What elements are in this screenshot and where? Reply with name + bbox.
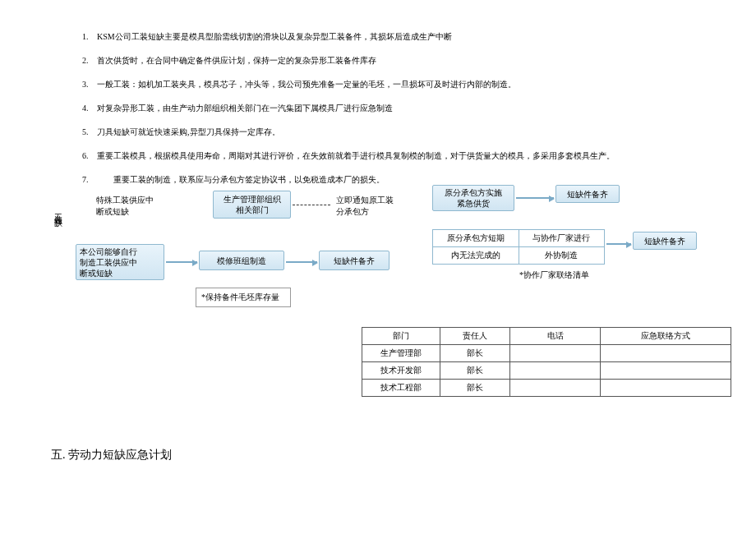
list-item: 4.对复杂异形工装，由生产动力部组织相关部门在一汽集团下属模具厂进行应急制造 xyxy=(82,103,707,114)
cell: 原分承包方短期 xyxy=(433,230,519,247)
section-heading-labor-shortage: 五. 劳动力短缺应急计划 xyxy=(51,448,172,463)
list-text: 对复杂异形工装，由生产动力部组织相关部门在一汽集团下属模具厂进行应急制造 xyxy=(97,104,393,113)
cell: 部长 xyxy=(440,345,510,362)
box-self-manufacture: 本公司能够自行 制造工装供应中 断或短缺 xyxy=(76,244,164,280)
box-parts-ready-top: 短缺件备齐 xyxy=(555,185,620,203)
arrow-icon xyxy=(606,243,631,245)
list-text: 一般工装：如机加工装夹具，模具芯子，冲头等，我公司预先准备一定量的毛坯，一旦损坏… xyxy=(97,80,516,89)
box-subcontractor-emergency: 原分承包方实施 紧急供货 xyxy=(432,185,514,211)
list-text: KSM公司工装短缺主要是模具型胎需线切割的滑块以及复杂异型工装备件，其损坏后造成… xyxy=(97,32,452,41)
col-dept: 部门 xyxy=(362,328,440,345)
cell: 技术开发部 xyxy=(362,362,440,380)
cell xyxy=(510,362,601,380)
numbered-list: 1.KSM公司工装短缺主要是模具型胎需线切割的滑块以及复杂异型工装备件，其损坏后… xyxy=(49,31,707,198)
cell xyxy=(601,345,731,362)
arrow-icon xyxy=(166,261,197,263)
box-parts-ready-right: 短缺件备齐 xyxy=(633,232,697,250)
table-header-row: 部门 责任人 电话 应急联络方式 xyxy=(362,328,731,345)
table-row: 技术工程部 部长 xyxy=(362,380,731,397)
col-phone: 电话 xyxy=(510,328,601,345)
list-item: 1.KSM公司工装短缺主要是模具型胎需线切割的滑块以及复杂异型工装备件，其损坏后… xyxy=(82,31,707,43)
box-notify-subcontractor: 立即通知原工装 分承包方 xyxy=(336,195,418,217)
list-text: 首次供货时，在合同中确定备件供应计划，保持一定的复杂异形工装备件库存 xyxy=(97,56,376,65)
box-parts-ready-bottom: 短缺件备齐 xyxy=(319,251,390,270)
list-item: 2.首次供货时，在合同中确定备件供应计划，保持一定的复杂异形工装备件库存 xyxy=(82,55,707,67)
arrow-icon xyxy=(516,197,554,199)
list-item: 5.刀具短缺可就近快速采购,异型刀具保持一定库存。 xyxy=(82,127,707,138)
list-text: 刀具短缺可就近快速采购,异型刀具保持一定库存。 xyxy=(97,127,280,136)
list-text: 重要工装模具，根据模具使用寿命，周期对其进行评价，在失效前就着手进行模具复制模的… xyxy=(97,151,615,160)
table-row: 生产管理部 部长 xyxy=(362,345,731,362)
contact-table: 部门 责任人 电话 应急联络方式 生产管理部 部长 技术开发部 部长 技术工程部 xyxy=(362,327,731,397)
box-repair-group: 模修班组制造 xyxy=(199,251,284,270)
cell xyxy=(510,345,601,362)
cell: 技术工程部 xyxy=(362,380,440,397)
cell: 内无法完成的 xyxy=(433,247,519,264)
list-item: 3.一般工装：如机加工装夹具，模具芯子，冲头等，我公司预先准备一定量的毛坯，一旦… xyxy=(82,79,707,90)
table-row: 技术开发部 部长 xyxy=(362,362,731,380)
cell xyxy=(601,380,731,397)
col-owner: 责任人 xyxy=(440,328,510,345)
vertical-label-shortage: 工装短缺 xyxy=(52,207,63,214)
box-special-supply: 特殊工装供应中 断或短缺 xyxy=(96,195,178,217)
box-pm-organize: 生产管理部组织 相关部门 xyxy=(213,191,291,219)
note-keep-stock: *保持备件毛坯库存量 xyxy=(196,288,291,307)
cell: 部长 xyxy=(440,380,510,397)
cell: 部长 xyxy=(440,362,510,380)
text-line: 相关部门 xyxy=(236,205,269,215)
list-text: 重要工装的制造，联系应与分承包方签定协议书，以免税造成本厂的损失。 xyxy=(97,175,385,184)
cell xyxy=(510,380,601,397)
box-outsourcing: 原分承包方短期 与协作厂家进行 内无法完成的 外协制造 xyxy=(432,229,605,265)
cell: 生产管理部 xyxy=(362,345,440,362)
list-item: 6.重要工装模具，根据模具使用寿命，周期对其进行评价，在失效前就着手进行模具复制… xyxy=(82,150,707,162)
list-item: 7. 重要工装的制造，联系应与分承包方签定协议书，以免税造成本厂的损失。 xyxy=(82,174,707,186)
connector-dashed xyxy=(293,205,330,205)
text-line: 生产管理部组织 xyxy=(224,194,281,205)
cell: 外协制造 xyxy=(519,247,605,264)
cell xyxy=(601,362,731,380)
cell: 与协作厂家进行 xyxy=(519,230,605,247)
note-partner-list: *协作厂家联络清单 xyxy=(519,269,589,281)
arrow-icon xyxy=(286,261,317,263)
col-contact: 应急联络方式 xyxy=(601,328,731,345)
